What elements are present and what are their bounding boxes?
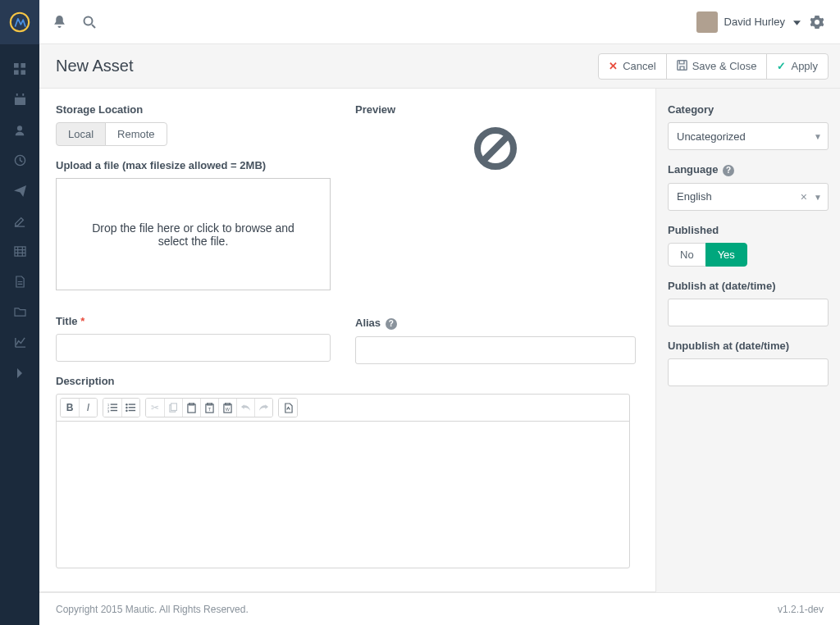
footer-copyright: Copyright 2015 Mautic. All Rights Reserv… (56, 604, 249, 615)
svg-rect-15 (110, 404, 116, 404)
unpublish-at-input[interactable] (668, 358, 829, 386)
top-bar: David Hurley (39, 0, 840, 44)
apply-button[interactable]: ✓ Apply (766, 53, 829, 80)
user-name: David Hurley (724, 16, 785, 28)
language-select[interactable]: × ▼ (668, 183, 829, 211)
title-input[interactable] (56, 334, 331, 362)
file-dropzone[interactable]: Drop the file here or click to browse an… (56, 178, 331, 290)
title-label: Title * (56, 315, 331, 327)
save-close-button[interactable]: Save & Close (666, 53, 768, 80)
italic-icon[interactable]: I (79, 399, 97, 417)
copy-icon[interactable] (164, 399, 182, 417)
cancel-button[interactable]: ✕ Cancel (598, 53, 666, 80)
sidebar-chart-icon[interactable] (0, 327, 39, 358)
brand-logo[interactable] (0, 0, 39, 44)
sidebar-expand-icon[interactable] (0, 358, 39, 388)
help-icon[interactable]: ? (386, 318, 397, 330)
content: Storage Location Local Remote Upload a f… (39, 89, 840, 592)
paste-text-icon[interactable]: T (200, 399, 218, 417)
close-icon: ✕ (609, 60, 618, 72)
svg-rect-7 (16, 94, 17, 96)
bold-icon[interactable]: B (61, 399, 79, 417)
unpublish-at-label: Unpublish at (date/time) (668, 340, 829, 352)
svg-point-9 (17, 125, 22, 130)
published-no-button[interactable]: No (668, 243, 706, 267)
category-select[interactable]: ▼ (668, 122, 829, 150)
publish-at-label: Publish at (date/time) (668, 280, 829, 292)
required-indicator: * (80, 315, 84, 327)
storage-location-label: Storage Location (56, 103, 331, 116)
svg-rect-1 (14, 63, 19, 68)
sidebar (0, 0, 39, 625)
publish-at-input[interactable] (668, 299, 829, 326)
sidebar-edit-icon[interactable] (0, 206, 39, 236)
sidebar-clock-icon[interactable] (0, 145, 39, 176)
sidebar-folder-icon[interactable] (0, 297, 39, 327)
save-icon (677, 60, 687, 73)
source-icon[interactable] (279, 399, 297, 417)
svg-rect-17 (110, 407, 116, 408)
published-toggle: No Yes (668, 243, 829, 267)
preview-label: Preview (355, 103, 636, 116)
sidebar-dashboard-icon[interactable] (0, 54, 39, 84)
paste-word-icon[interactable]: W (218, 399, 236, 417)
no-preview-icon (474, 127, 517, 172)
svg-rect-27 (188, 404, 195, 412)
sidebar-file-icon[interactable] (0, 267, 39, 297)
published-label: Published (668, 224, 829, 236)
svg-text:T: T (208, 407, 212, 412)
published-yes-button[interactable]: Yes (705, 243, 747, 267)
sidebar-contacts-icon[interactable] (0, 115, 39, 145)
main-form: Storage Location Local Remote Upload a f… (39, 89, 656, 592)
alias-input[interactable] (355, 336, 636, 364)
page-header: New Asset ✕ Cancel Save & Close ✓ Apply (39, 44, 840, 89)
sidebar-send-icon[interactable] (0, 176, 39, 206)
cut-icon[interactable]: ✂ (146, 399, 164, 417)
upload-label: Upload a file (max filesize allowed = 2M… (56, 159, 331, 171)
numbered-list-icon[interactable]: 123 (103, 399, 121, 417)
svg-rect-26 (171, 404, 176, 411)
storage-local-button[interactable]: Local (56, 122, 106, 146)
help-icon[interactable]: ? (723, 165, 734, 176)
svg-rect-3 (14, 70, 19, 75)
clear-icon[interactable]: × (801, 190, 807, 203)
svg-rect-4 (21, 70, 25, 75)
svg-point-24 (126, 410, 127, 412)
preview-area (355, 122, 636, 172)
sidebar-calendar-icon[interactable] (0, 84, 39, 115)
category-label: Category (668, 103, 829, 116)
bullet-list-icon[interactable] (121, 399, 139, 417)
svg-rect-19 (110, 410, 116, 411)
svg-point-12 (84, 16, 93, 25)
svg-text:W: W (226, 407, 231, 412)
storage-location-toggle: Local Remote (56, 122, 331, 146)
svg-rect-11 (14, 247, 25, 256)
svg-rect-13 (678, 60, 687, 69)
user-menu[interactable]: David Hurley (696, 11, 801, 33)
search-icon[interactable] (83, 16, 96, 29)
svg-text:3: 3 (107, 410, 109, 413)
sidebar-table-icon[interactable] (0, 236, 39, 267)
paste-icon[interactable] (182, 399, 200, 417)
svg-rect-8 (22, 94, 24, 96)
check-icon: ✓ (777, 60, 786, 72)
footer-version: v1.2.1-dev (778, 604, 824, 615)
undo-icon[interactable] (236, 399, 254, 417)
svg-point-20 (126, 404, 127, 405)
footer: Copyright 2015 Mautic. All Rights Reserv… (39, 592, 840, 625)
svg-rect-23 (129, 407, 135, 408)
svg-rect-21 (129, 404, 135, 404)
svg-point-22 (126, 407, 127, 408)
right-panel: Category ▼ Language ? × ▼ Published No Y… (656, 89, 840, 592)
redo-icon[interactable] (254, 399, 272, 417)
page-title: New Asset (56, 57, 133, 75)
language-label: Language ? (668, 163, 829, 176)
notifications-icon[interactable] (52, 15, 66, 29)
caret-down-icon (793, 16, 801, 28)
action-buttons: ✕ Cancel Save & Close ✓ Apply (598, 53, 829, 80)
avatar (696, 11, 718, 33)
storage-remote-button[interactable]: Remote (105, 122, 167, 146)
svg-rect-2 (21, 63, 25, 68)
settings-gear-icon[interactable] (810, 16, 824, 29)
alias-label: Alias ? (355, 317, 636, 330)
